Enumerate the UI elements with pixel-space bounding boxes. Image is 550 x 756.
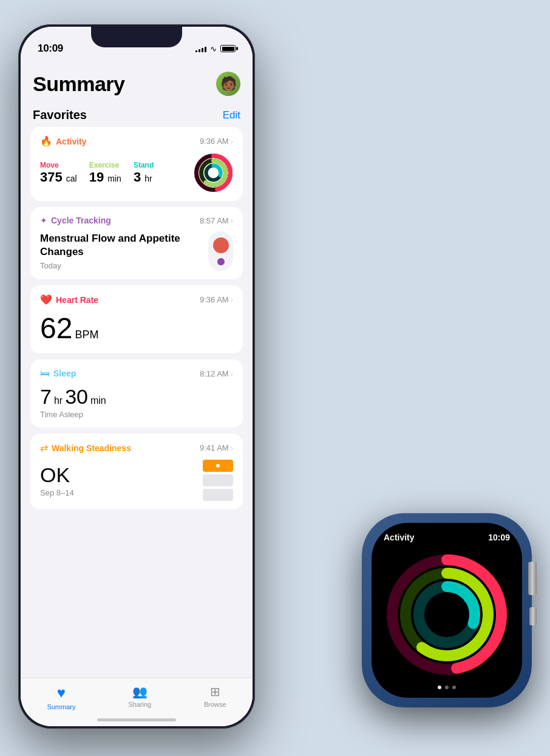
walking-card[interactable]: ⇄ Walking Steadiness 9:41 AM › OK Sep 8–… [30, 434, 243, 509]
summary-tab-icon: ♥ [57, 684, 66, 701]
avatar[interactable]: 🧑🏾 [216, 72, 240, 96]
move-metric: Move 375 cal [40, 161, 89, 185]
exercise-value: 19 min [89, 169, 121, 185]
watch-dot-3 [452, 686, 456, 689]
watch-status-bar: Activity 10:09 [384, 533, 510, 542]
sleep-icon: 🛏 [40, 368, 50, 379]
cycle-title: Cycle Tracking [51, 216, 111, 225]
watch-dot-2 [445, 686, 449, 689]
edit-button[interactable]: Edit [223, 109, 240, 121]
home-indicator [97, 718, 176, 721]
scroll-area: Summary 🧑🏾 Favorites Edit 🔥 Activity [21, 62, 253, 678]
heart-time: 9:36 AM › [200, 295, 233, 304]
chevron-icon: › [231, 443, 233, 452]
cycle-card[interactable]: ✦ Cycle Tracking 8:57 AM › Menstrual Flo… [30, 207, 243, 279]
browse-tab-icon: ⊞ [210, 684, 220, 699]
watch-button [529, 607, 537, 625]
watch-body: Activity 10:09 [362, 513, 532, 707]
svg-text:→: → [464, 558, 473, 568]
svg-point-12 [430, 598, 464, 632]
heart-value: 62 BPM [40, 312, 233, 345]
exercise-label: Exercise [89, 161, 121, 169]
walking-sub: Sep 8–14 [40, 488, 74, 497]
favorites-label: Favorites [33, 108, 87, 122]
watch-crown [528, 562, 537, 595]
chevron-icon: › [231, 137, 233, 146]
cycle-sub: Today [40, 261, 208, 270]
heart-rate-header: ❤️ Heart Rate 9:36 AM › [40, 294, 233, 305]
phone-device: 10:09 ∿ Summary 🧑🏾 [18, 24, 255, 729]
stand-label: Stand [134, 161, 154, 169]
walking-visual [203, 460, 233, 501]
status-icons: ∿ [195, 44, 236, 53]
cycle-dot-purple [217, 258, 225, 265]
move-value: 375 cal [40, 169, 77, 185]
activity-time: 9:36 AM › [200, 137, 233, 146]
favorites-header: Favorites Edit [30, 101, 243, 127]
stand-metric: Stand 3 hr [134, 161, 166, 185]
cycle-main-text: Menstrual Flow and Appetite Changes [40, 232, 208, 259]
sharing-tab-icon: 👥 [132, 684, 148, 699]
browse-tab-label: Browse [204, 701, 226, 708]
sharing-tab-label: Sharing [128, 701, 151, 708]
watch-app-title: Activity [384, 533, 415, 542]
summary-tab-label: Summary [47, 703, 75, 710]
svg-text:>>: >> [464, 576, 474, 586]
activity-card[interactable]: 🔥 Activity 9:36 AM › Move 375 cal [30, 127, 243, 201]
cycle-time: 8:57 AM › [200, 216, 233, 225]
cycle-body: Menstrual Flow and Appetite Changes Toda… [40, 231, 233, 271]
walking-body: OK Sep 8–14 [40, 460, 233, 501]
page-title: Summary [33, 72, 124, 96]
sleep-sub: Time Asleep [40, 410, 233, 419]
signal-icon [195, 45, 206, 52]
walking-time: 9:41 AM › [200, 443, 233, 452]
tab-summary[interactable]: ♥ Summary [47, 684, 75, 710]
heart-icon: ❤️ [40, 294, 52, 305]
sleep-header: 🛏 Sleep 8:12 AM › [40, 368, 233, 379]
watch-screen: Activity 10:09 [372, 523, 522, 698]
heart-title: Heart Rate [56, 295, 98, 305]
heart-rate-card[interactable]: ❤️ Heart Rate 9:36 AM › 62 BPM [30, 285, 243, 353]
walking-icon: ⇄ [40, 442, 48, 454]
walking-bar-gray-1 [203, 474, 233, 486]
activity-icon: 🔥 [40, 135, 52, 147]
cycle-icon: ✦ [40, 216, 47, 225]
tab-sharing[interactable]: 👥 Sharing [128, 684, 151, 708]
chevron-icon: › [231, 295, 233, 304]
activity-rings [194, 153, 233, 192]
chevron-icon: › [231, 216, 233, 225]
watch-rings-container: → >> ↑ [372, 550, 522, 679]
activity-title: Activity [56, 137, 87, 146]
sleep-card[interactable]: 🛏 Sleep 8:12 AM › 7 hr 30 min [30, 359, 243, 427]
heart-unit: BPM [75, 329, 98, 341]
walking-header: ⇄ Walking Steadiness 9:41 AM › [40, 442, 233, 454]
walking-value: OK [40, 463, 74, 487]
walking-bar-gray-2 [203, 489, 233, 501]
sleep-title: Sleep [53, 369, 76, 378]
move-label: Move [40, 161, 77, 169]
activity-metrics: Move 375 cal Exercise 19 min Stand 3 hr [40, 161, 166, 185]
watch-page-dots [438, 686, 456, 689]
cycle-dots-visual [208, 231, 233, 271]
app-content: Summary 🧑🏾 Favorites Edit 🔥 Activity [21, 27, 253, 726]
cycle-card-header: ✦ Cycle Tracking 8:57 AM › [40, 216, 233, 225]
activity-body: Move 375 cal Exercise 19 min Stand 3 hr [40, 153, 233, 192]
page-header: Summary 🧑🏾 [30, 62, 243, 101]
tab-browse[interactable]: ⊞ Browse [204, 684, 226, 708]
phone-screen: 10:09 ∿ Summary 🧑🏾 [21, 27, 253, 726]
status-time: 10:09 [38, 43, 63, 55]
chevron-icon: › [231, 369, 233, 378]
sleep-time: 8:12 AM › [200, 369, 233, 378]
phone-notch [91, 27, 182, 47]
battery-icon [220, 45, 236, 52]
svg-text:↑: ↑ [463, 594, 467, 604]
walking-title: Walking Steadiness [52, 443, 131, 453]
stand-value: 3 hr [134, 169, 154, 185]
wifi-icon: ∿ [210, 44, 217, 53]
exercise-metric: Exercise 19 min [89, 161, 134, 185]
activity-card-header: 🔥 Activity 9:36 AM › [40, 135, 233, 147]
watch-time: 10:09 [488, 533, 510, 542]
walking-bar-orange [203, 460, 233, 472]
apple-watch: Activity 10:09 [362, 513, 532, 707]
cycle-dot-red [213, 237, 229, 253]
